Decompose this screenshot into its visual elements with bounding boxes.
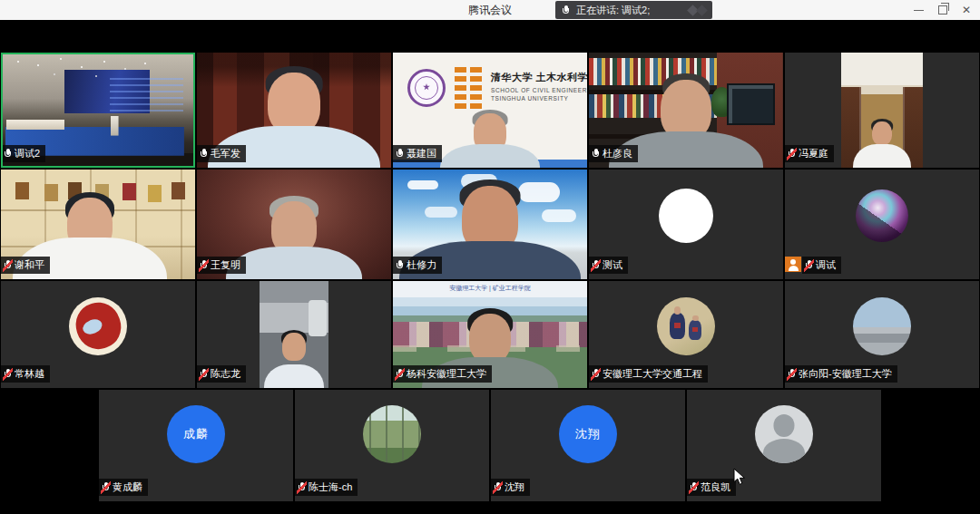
participant-name: 范良凯 — [701, 480, 730, 494]
participant-name: 王复明 — [211, 258, 240, 272]
participant-name-tag: 陈志龙 — [197, 365, 246, 383]
restore-icon[interactable] — [938, 5, 947, 15]
mic-muted-icon — [200, 259, 208, 271]
participant-name: 谢和平 — [15, 258, 44, 272]
video-tile-zhangxiangyang[interactable]: 张向阳-安徽理工大学 — [785, 281, 979, 388]
face — [469, 314, 511, 363]
minimize-icon[interactable] — [914, 10, 924, 11]
face — [462, 186, 518, 252]
mute-slash — [689, 480, 699, 494]
close-icon[interactable]: ✕ — [962, 0, 971, 20]
video-tile-tiaoshi2[interactable]: 调试2 — [1, 53, 195, 168]
participant-video-person — [264, 330, 324, 388]
window-titlebar: 腾讯会议 正在讲话: 调试2; ✕ — [0, 0, 980, 20]
tsinghua-hexagram-icon — [455, 67, 466, 109]
mute-slash — [297, 480, 307, 494]
participant-name-tag: 冯夏庭 — [785, 145, 834, 162]
avatar — [657, 297, 715, 355]
video-tile-niejianguo[interactable]: 清华大学 土木水利学院 SCHOOL OF CIVIL ENGINEERING … — [393, 53, 587, 168]
participant-name: 毛军发 — [211, 147, 240, 160]
video-tile-huangchenglin[interactable]: 成麟 黄成麟 — [99, 390, 293, 501]
avatar — [856, 189, 908, 242]
video-tile-ceshi[interactable]: 测试 — [589, 170, 783, 279]
video-tile-chenzhilong[interactable]: 陈志龙 — [197, 281, 391, 388]
participant-video-person — [853, 119, 911, 168]
face — [67, 198, 113, 251]
mic-icon — [562, 5, 570, 16]
video-tile-xieheping[interactable]: 谢和平 — [1, 170, 195, 279]
participant-name: 杜彦良 — [603, 147, 632, 160]
video-grid-row-3: 常林越 陈志龙 安徽理工大学 | 矿业工程学院 杨科安徽理工大学 — [1, 281, 979, 388]
face — [474, 113, 506, 151]
mic-on-icon — [592, 148, 600, 160]
mic-muted-icon — [396, 368, 404, 380]
mute-slash — [591, 367, 601, 381]
meeting-logo-icon — [696, 5, 708, 16]
portrait-video-strip — [260, 281, 328, 388]
campus-banner-text: 安徽理工大学 | 矿业工程学院 — [393, 284, 587, 293]
avatar — [69, 297, 127, 355]
participant-name: 安徽理工大学交通工程 — [603, 367, 702, 381]
participant-name-tag: 张向阳-安徽理工大学 — [785, 365, 897, 383]
mute-slash — [199, 367, 209, 381]
participant-name: 沈翔 — [505, 480, 524, 494]
mic-on-icon — [200, 148, 208, 160]
participant-name-tag: 杜修力 — [393, 257, 442, 274]
participant-name: 调试2 — [15, 147, 40, 160]
mute-slash — [3, 258, 13, 272]
face — [271, 201, 317, 255]
video-tile-maojunfa[interactable]: 毛军发 — [197, 53, 391, 168]
avatar-initials: 沈翔 — [575, 426, 601, 442]
participant-name-tag: 安徽理工大学交通工程 — [589, 365, 708, 383]
participant-name-tag: 测试 — [589, 257, 628, 274]
avatar — [363, 405, 421, 463]
participant-name: 杨科安徽理工大学 — [407, 367, 486, 381]
avatar-initials: 成麟 — [183, 426, 209, 442]
participant-name: 陈士海-ch — [309, 480, 352, 494]
video-tile-fanliangkai[interactable]: 范良凯 — [687, 390, 881, 501]
avatar: 成麟 — [167, 405, 225, 463]
participant-tag-group: 调试 — [785, 257, 841, 274]
video-tile-changlinyue[interactable]: 常林越 — [1, 281, 195, 388]
speaking-indicator-text: 正在讲话: 调试2; — [576, 4, 682, 17]
participant-video-person — [226, 196, 362, 279]
mute-slash — [3, 367, 13, 381]
face — [661, 80, 711, 140]
video-tile-tiaoshi[interactable]: 调试 — [785, 170, 979, 279]
mic-on-icon — [396, 148, 404, 160]
participant-name: 冯夏庭 — [799, 147, 828, 160]
participant-name-tag: 谢和平 — [1, 257, 50, 274]
video-tile-chenshihai[interactable]: 陈士海-ch — [295, 390, 489, 501]
video-tile-fengxiating[interactable]: 冯夏庭 — [785, 53, 979, 168]
participant-name-tag: 聂建国 — [393, 145, 442, 162]
video-tile-yangke[interactable]: 安徽理工大学 | 矿业工程学院 杨科安徽理工大学 — [393, 281, 587, 388]
video-tile-aust-jiaotong[interactable]: 安徽理工大学交通工程 — [589, 281, 783, 388]
mic-on-icon — [4, 148, 12, 160]
mic-muted-icon — [4, 259, 12, 271]
participant-name-tag: 调试 — [802, 257, 841, 274]
participant-name-tag: 王复明 — [197, 257, 246, 274]
mic-on-icon — [396, 259, 404, 271]
video-tile-shenxiang[interactable]: 沈翔 沈翔 — [491, 390, 685, 501]
mic-muted-icon — [805, 259, 813, 271]
mute-slash — [493, 480, 503, 494]
participant-name: 测试 — [603, 258, 622, 272]
participant-name-tag: 杨科安徽理工大学 — [393, 365, 492, 383]
participant-name-tag: 杜彦良 — [589, 145, 638, 162]
video-tile-duxiuli[interactable]: 杜修力 — [393, 170, 587, 279]
video-tile-duyanliang[interactable]: 杜彦良 — [589, 53, 783, 168]
backdrop-title-en: SCHOOL OF CIVIL ENGINEERING — [491, 87, 587, 93]
mic-muted-icon — [788, 368, 796, 380]
mute-slash — [199, 258, 209, 272]
video-tile-wangfuming[interactable]: 王复明 — [197, 170, 391, 279]
participant-name-tag: 调试2 — [1, 145, 45, 162]
speaking-indicator-banner[interactable]: 正在讲话: 调试2; — [555, 1, 712, 19]
participant-name: 黄成麟 — [113, 480, 142, 494]
mute-slash — [101, 480, 111, 494]
mute-slash — [591, 258, 601, 272]
tsinghua-seal-logo — [407, 69, 446, 107]
mic-muted-icon — [592, 259, 600, 271]
avatar: 沈翔 — [559, 405, 617, 463]
avatar-default-silhouette — [755, 405, 813, 463]
mic-muted-icon — [592, 368, 600, 380]
